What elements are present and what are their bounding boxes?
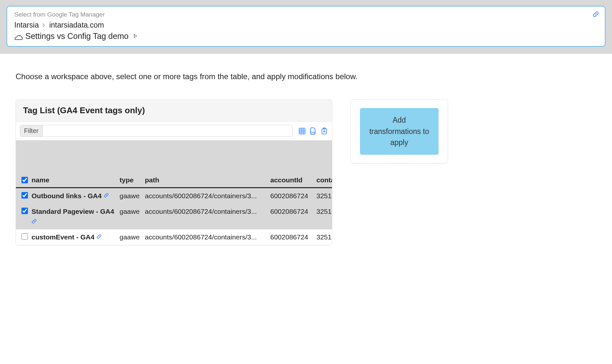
row-checkbox[interactable] — [21, 192, 28, 199]
gtm-selector-box[interactable]: Select from Google Tag Manager Intarsia … — [6, 6, 606, 47]
selector-label: Select from Google Tag Manager — [14, 11, 598, 18]
row-path: accounts/6002086724/containers/3... — [145, 208, 270, 215]
top-bar: Select from Google Tag Manager Intarsia … — [0, 0, 612, 54]
row-accountid: 6002086724 — [270, 192, 316, 200]
row-accountid: 6002086724 — [270, 233, 316, 241]
table-header-row: name type path accountId conta — [16, 173, 332, 188]
row-path: accounts/6002086724/containers/3... — [145, 233, 270, 241]
link-icon[interactable] — [104, 193, 109, 200]
filter-row: Filter — [16, 122, 332, 140]
breadcrumb: Intarsia intarsiadata.com — [14, 21, 598, 30]
grid-view-icon[interactable] — [298, 127, 306, 135]
row-containerid: 32518 — [316, 233, 332, 241]
row-accountid: 6002086724 — [270, 208, 316, 215]
row-name: Standard Pageview - GA4 — [32, 208, 114, 215]
header-accountid[interactable]: accountId — [270, 176, 316, 184]
filter-input[interactable] — [43, 125, 292, 137]
csv-export-icon[interactable]: CSV — [309, 127, 317, 135]
add-transformations-button[interactable]: Add transformations to apply — [360, 108, 439, 155]
row-name: Outbound links - GA4 — [32, 192, 102, 200]
filter-wrap: Filter — [20, 125, 292, 137]
toolbar-icons: CSV — [294, 127, 328, 135]
link-icon[interactable] — [593, 11, 599, 19]
instructions-text: Choose a workspace above, select one or … — [16, 72, 596, 81]
row-type: gaawe — [120, 208, 145, 215]
workspace-name: Settings vs Config Tag demo — [25, 31, 129, 41]
table-title: Tag List (GA4 Event tags only) — [16, 100, 332, 122]
row-containerid: 32518 — [316, 208, 332, 215]
header-type[interactable]: type — [120, 176, 145, 184]
row-checkbox[interactable] — [21, 233, 28, 240]
header-containerid[interactable]: conta — [316, 176, 332, 184]
copy-add-icon[interactable] — [320, 127, 328, 135]
main-area: Choose a workspace above, select one or … — [0, 54, 612, 258]
row-path: accounts/6002086724/containers/3... — [145, 192, 270, 200]
row-containerid: 32518 — [316, 192, 332, 200]
row-type: gaawe — [120, 233, 145, 241]
header-name[interactable]: name — [30, 176, 120, 184]
tag-list-card: Tag List (GA4 Event tags only) Filter — [16, 99, 332, 245]
workspace-row[interactable]: Settings vs Config Tag demo — [14, 31, 598, 41]
table-row[interactable]: Standard Pageview - GA4 gaawe accounts/6… — [16, 204, 332, 229]
row-checkbox[interactable] — [21, 208, 28, 214]
breadcrumb-container[interactable]: intarsiadata.com — [49, 21, 104, 30]
container-icon — [14, 33, 22, 39]
filter-label: Filter — [20, 125, 43, 137]
content-row: Tag List (GA4 Event tags only) Filter — [16, 99, 596, 245]
link-icon[interactable] — [96, 234, 102, 241]
row-name: customEvent - GA4 — [32, 233, 95, 241]
link-icon[interactable] — [32, 219, 120, 225]
chevron-right-icon — [42, 22, 46, 29]
chevron-play-icon — [133, 33, 138, 40]
transformations-card: Add transformations to apply — [351, 99, 448, 164]
svg-rect-0 — [299, 128, 305, 134]
breadcrumb-account[interactable]: Intarsia — [14, 21, 39, 30]
table-spacer — [16, 140, 332, 173]
header-path[interactable]: path — [145, 176, 270, 184]
svg-text:CSV: CSV — [311, 131, 315, 134]
select-all-checkbox[interactable] — [21, 177, 28, 183]
header-checkbox-cell — [19, 177, 30, 183]
table-row[interactable]: Outbound links - GA4 gaawe accounts/6002… — [16, 188, 332, 204]
row-type: gaawe — [120, 192, 145, 200]
svg-rect-7 — [323, 128, 325, 129]
table-row[interactable]: customEvent - GA4 gaawe accounts/6002086… — [16, 229, 332, 245]
